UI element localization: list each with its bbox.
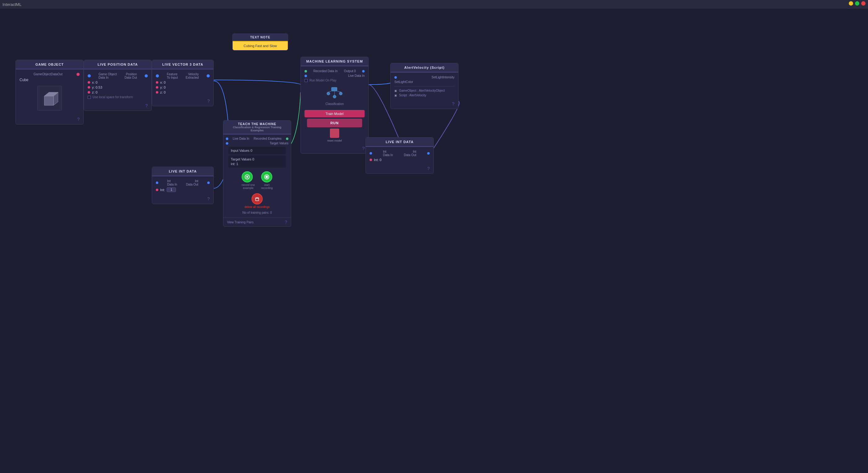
li-right-in-label1: Int: [383, 150, 386, 153]
live-position-z: z: 0: [92, 90, 98, 94]
game-object-node: GAME OBJECT GameObjectDataOut Cube: [16, 60, 84, 125]
live-position-y: y: 0.53: [92, 86, 102, 89]
close-btn[interactable]: [861, 1, 866, 6]
ml-recorded-in-dot: [305, 70, 307, 72]
live-int-left-port-row: Int Data In Int Data Out: [156, 179, 210, 187]
svg-point-13: [266, 176, 268, 178]
li-right-out-label2: Data Out: [404, 153, 416, 157]
live-position-footer: ?: [84, 102, 152, 111]
live-position-out-label2: Data Out: [125, 76, 137, 79]
start-recording-btn[interactable]: [261, 171, 272, 183]
vec3-out-label2: Extracted: [186, 76, 198, 79]
pos-x-dot: [88, 81, 90, 84]
li-left-in-label1: Int: [167, 179, 171, 183]
live-int-left-header: LIVE INT DATA: [152, 167, 213, 176]
li-left-int-row: Int: 1: [156, 187, 210, 193]
li-right-help-icon[interactable]: ?: [427, 166, 430, 171]
live-vector3-port-row: Feature To Input Velocity Extracted: [156, 72, 210, 80]
vec3-x-row: x: 0: [156, 80, 210, 85]
live-position-z-row: z: 0: [88, 90, 148, 95]
train-model-btn[interactable]: Train Model: [305, 110, 365, 117]
ml-port-row1: Recorded Data In Output 0: [305, 69, 365, 73]
text-note-header: TEXT NOTE: [232, 34, 288, 41]
delete-all-btn[interactable]: [252, 193, 263, 204]
li-left-help-icon[interactable]: ?: [207, 196, 210, 201]
window-controls: [849, 1, 866, 6]
svg-marker-0: [44, 96, 54, 105]
teach-input-label: Input Values 0: [231, 149, 283, 152]
teach-port-row: Live Data In Recorded Examples: [226, 136, 288, 141]
live-position-in-label2: Data In: [98, 76, 108, 79]
ml-run-play-checkbox[interactable]: [305, 79, 308, 82]
svg-line-9: [337, 91, 341, 92]
local-space-label: Use local space for transform: [93, 95, 133, 99]
record-one-label: record one example: [242, 183, 255, 190]
live-position-x: x: 0: [92, 81, 98, 84]
teach-help-icon[interactable]: ?: [285, 220, 287, 225]
ml-output-dot: [362, 70, 365, 72]
teach-recorded-label: Recorded Examples: [254, 137, 282, 140]
classification-label: Classification: [305, 102, 365, 106]
av-help-icon[interactable]: ?: [452, 101, 455, 106]
record-one-icon: [244, 174, 250, 180]
run-btn[interactable]: RUN: [307, 119, 362, 127]
teach-btn-row: record one example start recording: [226, 169, 288, 192]
game-object-header: GAME OBJECT: [16, 60, 83, 69]
alert-velocity-header: AlertVelocity (Script): [391, 63, 458, 72]
titlebar: InteractML: [0, 0, 868, 9]
av-in-label1: SetLightIntensity: [432, 75, 455, 79]
teach-recorded-dot: [286, 137, 288, 140]
view-training-label: View Training Pairs: [227, 221, 253, 224]
delete-all-label: delete all recordings: [226, 206, 288, 209]
li-left-int-dot: [156, 189, 158, 191]
delete-section: delete all recordings: [226, 192, 288, 210]
li-right-int-row: Int: 0: [370, 157, 430, 162]
local-space-checkbox[interactable]: [88, 96, 91, 99]
record-one-btn[interactable]: [242, 171, 253, 183]
view-training-btn[interactable]: View Training Pairs ?: [223, 217, 291, 226]
ml-run-on-play-label: Run Model On Play: [309, 79, 336, 82]
start-recording-label: start recording: [261, 183, 273, 190]
li-left-int-label: Int:: [160, 188, 165, 192]
live-position-in-label1: Game Object: [98, 72, 117, 76]
vec3-z: z: 0: [160, 90, 166, 94]
delete-icon: [254, 196, 260, 202]
teach-live-in-dot: [226, 137, 228, 140]
machine-learning-node: MACHINE LEARNING SYSTEM Recorded Data In…: [301, 57, 369, 154]
reset-btn[interactable]: [330, 129, 339, 138]
teach-target-dot: [226, 142, 228, 145]
live-position-y-row: y: 0.53: [88, 85, 148, 90]
li-right-out-label1: Int: [413, 150, 416, 153]
live-vector3-header: LIVE VECTOR 3 DATA: [152, 60, 213, 69]
live-position-node: LIVE POSITION DATA Game Object Data In P…: [84, 60, 152, 111]
live-int-right-header: LIVE INT DATA: [366, 137, 433, 147]
record-one-section: record one example: [242, 171, 255, 190]
av-in-dot: [394, 76, 397, 79]
live-position-x-row: x: 0: [88, 80, 148, 85]
maximize-btn[interactable]: [855, 1, 859, 6]
live-position-header: LIVE POSITION DATA: [84, 60, 152, 69]
teach-input-section: Input Values 0: [228, 147, 286, 154]
canvas: GAME OBJECT GameObjectDataOut Cube: [0, 9, 868, 473]
teach-target-section: Target Values 0 int: 1: [228, 156, 286, 167]
ml-live-in-label: Live Data In: [348, 74, 365, 77]
pos-y-dot: [88, 86, 90, 89]
live-position-help-icon[interactable]: ?: [145, 103, 148, 108]
vec3-z-row: z: 0: [156, 90, 210, 95]
li-left-int-field[interactable]: 1: [167, 187, 176, 192]
vec3-x: x: 0: [160, 81, 166, 84]
live-vector3-help-icon[interactable]: ?: [207, 98, 210, 103]
av-ref1-label: GameObject : AlertVelocityObject: [399, 89, 445, 92]
game-object-help-icon[interactable]: ?: [77, 117, 80, 122]
minimize-btn[interactable]: [849, 1, 853, 6]
teach-sub: Classification & Regression Training Exa…: [226, 126, 288, 132]
ml-help-icon[interactable]: ?: [362, 146, 365, 151]
start-recording-icon: [264, 174, 270, 180]
live-int-right-port-row: Int Data In Int Data Out: [370, 149, 430, 157]
li-right-int-dot: [370, 159, 372, 161]
vec3-y-row: y: 0: [156, 85, 210, 90]
local-space-row: Use local space for transform: [88, 95, 148, 99]
live-position-out-dot: [145, 74, 148, 77]
ml-recorded-in-label: Recorded Data In: [313, 69, 337, 73]
live-vector3-footer: ?: [152, 97, 213, 106]
